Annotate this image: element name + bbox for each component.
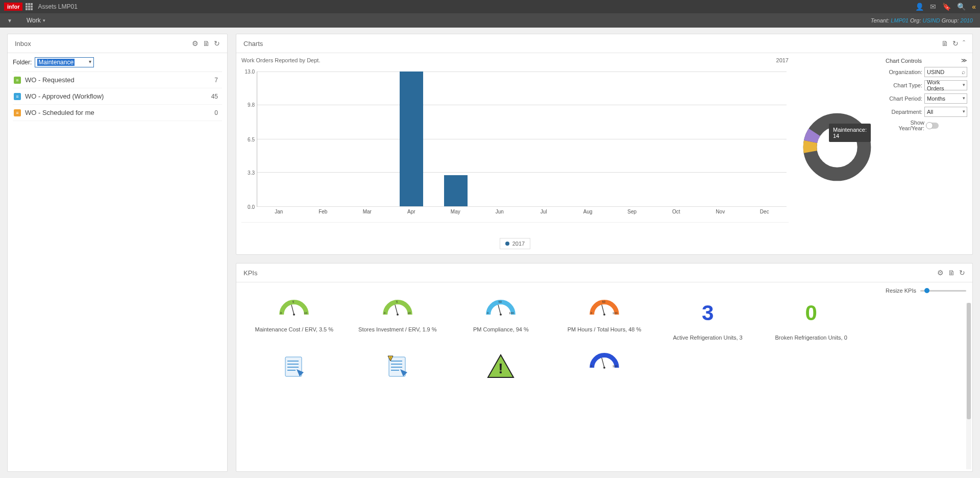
gear-icon[interactable]: ⚙: [192, 39, 199, 47]
svg-text:100: 100: [612, 312, 618, 315]
chart-year: 2017: [776, 57, 789, 63]
gauge-icon: 0 100: [584, 354, 625, 370]
ctrl-org-input[interactable]: USIND: [924, 67, 967, 77]
search-icon[interactable]: 🔍: [957, 3, 966, 11]
tenant-link[interactable]: LMP01: [891, 17, 909, 23]
resize-label: Resize KPIs: [886, 288, 916, 294]
folder-label: Folder:: [13, 59, 32, 66]
gauge-icon: 0 50 100: [584, 301, 625, 317]
folder-select[interactable]: Maintenance: [35, 57, 94, 67]
svg-text:50: 50: [499, 300, 502, 303]
y-tick-label: 6.5: [248, 136, 255, 142]
kpi-cell[interactable]: 0 50 100 PM Hours / Total Hours, 48 %: [553, 299, 656, 348]
refresh-icon[interactable]: ↻: [959, 269, 965, 277]
legend-dot-icon: [505, 242, 509, 246]
item-type-icon: ≡: [14, 109, 21, 116]
kpi-cell[interactable]: 0Broken Refrigeration Units, 0: [760, 299, 863, 348]
kpi-cell[interactable]: 0 5 10 Stores Investment / ERV, 1.9 %: [346, 299, 450, 348]
x-tick-label: Jan: [275, 209, 283, 214]
group-link[interactable]: 2010: [961, 17, 973, 23]
legend-label: 2017: [512, 241, 525, 247]
inbox-item[interactable]: ≡ WO - Scheduled for me 0: [13, 105, 222, 121]
svg-text:0: 0: [280, 312, 282, 315]
inbox-item-count: 0: [214, 109, 221, 116]
refresh-icon[interactable]: ↻: [214, 39, 220, 47]
chart-legend[interactable]: 2017: [500, 238, 530, 249]
resize-slider[interactable]: [920, 290, 966, 292]
brand-badge: infor: [4, 3, 22, 11]
svg-text:100: 100: [612, 365, 618, 368]
user-icon[interactable]: 👤: [915, 3, 924, 11]
document-icon: !: [385, 354, 410, 379]
x-tick-label: Jul: [541, 209, 547, 214]
expand-icon[interactable]: ≫: [961, 57, 967, 64]
item-type-icon: ≡: [14, 77, 21, 84]
top-header: infor Assets LMP01 👤 ✉ 🔖 🔍 «: [0, 0, 980, 13]
org-link[interactable]: USIND: [923, 17, 940, 23]
ctrl-org-label: Organization:: [886, 69, 922, 75]
kpi-cell[interactable]: !: [449, 352, 553, 387]
inbox-item-count: 45: [211, 93, 221, 100]
inbox-item[interactable]: ≡ WO - Approved (Workflow) 45: [13, 88, 222, 105]
toolbar-menu-toggle[interactable]: ▼: [7, 18, 12, 23]
svg-text:100: 100: [509, 312, 514, 315]
charts-panel: Charts 🗎 ↻ ˆ Work Orders Reported by Dep…: [236, 34, 973, 255]
collapse-icon[interactable]: ˆ: [963, 39, 965, 47]
y-tick-label: 3.3: [248, 170, 255, 175]
document-icon: [281, 354, 307, 379]
ctrl-yoy-label: ShowYear/Year:: [886, 120, 924, 131]
inbox-item-label: WO - Requested: [25, 76, 75, 84]
svg-line-18: [602, 305, 604, 315]
kpi-label: Stores Investment / ERV, 1.9 %: [348, 326, 448, 332]
svg-text:0: 0: [591, 312, 592, 315]
kpi-scrollbar[interactable]: [966, 303, 971, 469]
chart-bar[interactable]: [444, 175, 468, 206]
x-tick-label: May: [451, 209, 460, 214]
bookmark-icon[interactable]: 🔖: [942, 3, 951, 11]
ctrl-dept-select[interactable]: All: [924, 107, 967, 117]
collapse-right-icon[interactable]: «: [972, 3, 976, 11]
kpi-cell[interactable]: 0 5 10 Maintenance Cost / ERV, 3.5 %: [242, 299, 346, 348]
chevron-down-icon: ▾: [43, 18, 45, 23]
svg-line-8: [395, 305, 398, 315]
mail-icon[interactable]: ✉: [930, 3, 936, 11]
ctrl-period-select[interactable]: Months: [924, 93, 967, 104]
apps-grid-icon[interactable]: [26, 3, 33, 10]
refresh-icon[interactable]: ↻: [952, 39, 959, 47]
save-icon[interactable]: 🗎: [948, 269, 955, 277]
kpi-cell[interactable]: [242, 352, 346, 387]
svg-line-3: [291, 305, 294, 315]
kpis-title: KPIs: [243, 269, 257, 277]
kpi-cell[interactable]: 0 50 100 PM Compliance, 94 %: [449, 299, 553, 348]
chart-subtitle: Work Orders Reported by Dept.: [241, 57, 789, 63]
donut-tooltip: Maintenance: 14: [829, 124, 871, 142]
save-icon[interactable]: 🗎: [203, 39, 210, 47]
kpi-number: 3: [658, 301, 757, 325]
ctrl-type-select[interactable]: Work Orders: [924, 80, 967, 90]
kpi-cell[interactable]: !: [346, 352, 450, 387]
inbox-item-label: WO - Approved (Workflow): [25, 92, 104, 100]
kpi-cell[interactable]: 3Active Refrigeration Units, 3: [656, 299, 760, 348]
ctrl-dept-label: Department:: [886, 109, 922, 115]
gauge-icon: 0 5 10: [274, 301, 314, 317]
inbox-item-label: WO - Scheduled for me: [25, 109, 94, 116]
svg-text:0: 0: [487, 312, 489, 315]
gauge-icon: 0 5 10: [377, 301, 418, 317]
kpi-label: Broken Refrigeration Units, 0: [762, 334, 861, 341]
x-tick-label: Dec: [760, 209, 769, 214]
kpi-label: Maintenance Cost / ERV, 3.5 %: [244, 326, 344, 332]
svg-point-40: [603, 367, 605, 369]
x-tick-label: Mar: [363, 209, 372, 214]
gear-icon[interactable]: ⚙: [937, 269, 944, 277]
menu-work[interactable]: Work ▾: [27, 17, 45, 24]
inbox-item[interactable]: ≡ WO - Requested 7: [13, 72, 222, 88]
chart-controls: Chart Controls ≫ Organization: USIND Cha…: [886, 55, 967, 249]
svg-point-14: [500, 314, 502, 316]
ctrl-yoy-toggle[interactable]: [926, 123, 939, 129]
kpi-label: PM Compliance, 94 %: [451, 326, 551, 332]
save-icon[interactable]: 🗎: [941, 39, 948, 47]
kpi-cell[interactable]: 0 100: [553, 352, 656, 387]
x-tick-label: Jun: [496, 209, 504, 214]
secondary-toolbar: ▼ Work ▾ Tenant: LMP01 Org: USIND Group:…: [0, 13, 980, 28]
chart-bar[interactable]: [400, 71, 423, 206]
